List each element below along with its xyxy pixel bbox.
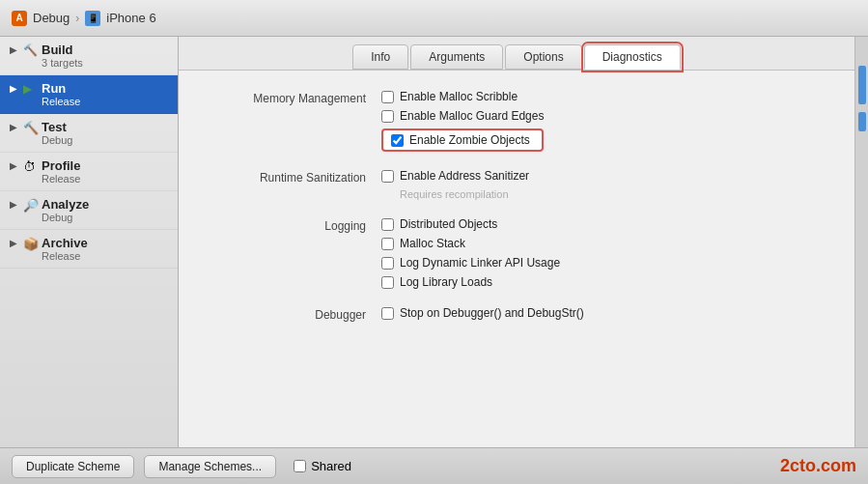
profile-title: Profile: [42, 158, 80, 173]
runtime-sanitization-section: Runtime Sanitization Enable Address Sani…: [208, 169, 826, 200]
log-library-loads-row: Log Library Loads: [381, 275, 560, 289]
sidebar-item-archive[interactable]: ▶ 📦 Archive Release: [0, 230, 178, 269]
profile-sub: Release: [42, 173, 80, 185]
debugger-controls: Stop on Debugger() and DebugStr(): [381, 306, 584, 320]
right-indicator-2: [858, 112, 866, 131]
analyze-arrow: ▶: [8, 198, 19, 210]
build-title: Build: [42, 43, 83, 57]
distributed-objects-checkbox[interactable]: [381, 218, 394, 231]
watermark: 2cto.com: [780, 456, 856, 476]
right-strip: [854, 37, 868, 447]
sidebar-item-profile[interactable]: ▶ ⏱ Profile Release: [0, 153, 178, 191]
archive-title: Archive: [42, 236, 88, 250]
address-sanitizer-label: Enable Address Sanitizer: [400, 169, 529, 183]
title-bar: A Debug › 📱 iPhone 6: [0, 0, 868, 37]
build-sub: 3 targets: [42, 57, 83, 69]
debugger-section: Debugger Stop on Debugger() and DebugStr…: [208, 306, 826, 322]
malloc-guard-checkbox[interactable]: [381, 110, 394, 123]
address-sanitizer-row: Enable Address Sanitizer: [381, 169, 529, 183]
distributed-objects-row: Distributed Objects: [381, 217, 560, 231]
run-sub: Release: [42, 96, 80, 107]
log-library-loads-checkbox[interactable]: [381, 276, 394, 289]
build-icon: 🔨: [23, 43, 37, 57]
content-area: Info Arguments Options Diagnostics Memor…: [179, 37, 854, 447]
profile-icon: ⏱: [23, 159, 37, 173]
analyze-icon: 🔎: [23, 198, 37, 212]
manage-schemes-button[interactable]: Manage Schemes...: [144, 455, 276, 478]
dynamic-linker-row: Log Dynamic Linker API Usage: [381, 256, 560, 270]
stop-on-debugger-row: Stop on Debugger() and DebugStr(): [381, 306, 584, 320]
analyze-title: Analyze: [42, 197, 89, 212]
malloc-stack-row: Malloc Stack: [381, 237, 560, 250]
logging-label: Logging: [208, 217, 381, 233]
test-arrow: ▶: [8, 121, 19, 132]
zombie-objects-label: Enable Zombie Objects: [409, 133, 530, 147]
settings-panel: Memory Management Enable Malloc Scribble…: [179, 71, 854, 447]
duplicate-scheme-button[interactable]: Duplicate Scheme: [12, 455, 134, 478]
run-title: Run: [42, 81, 80, 96]
shared-checkbox-row: Shared: [294, 459, 351, 473]
zombie-objects-row: Enable Zombie Objects: [381, 128, 544, 152]
right-indicator-1: [858, 66, 866, 104]
runtime-sanitization-label: Runtime Sanitization: [208, 169, 381, 185]
stop-on-debugger-label: Stop on Debugger() and DebugStr(): [400, 306, 584, 320]
dynamic-linker-checkbox[interactable]: [381, 257, 394, 270]
distributed-objects-label: Distributed Objects: [400, 217, 497, 231]
device-label: iPhone 6: [106, 11, 155, 25]
analyze-sub: Debug: [42, 212, 89, 223]
sidebar: ▶ 🔨 Build 3 targets ▶ ▶ Run Release ▶ 🔨 …: [0, 37, 179, 447]
recompilation-note: Requires recompilation: [381, 188, 529, 200]
archive-sub: Release: [42, 250, 88, 262]
malloc-stack-label: Malloc Stack: [400, 237, 465, 250]
malloc-scribble-label: Enable Malloc Scribble: [400, 90, 518, 103]
test-title: Test: [42, 120, 72, 134]
breadcrumb-separator: ›: [75, 12, 79, 25]
run-icon: ▶: [23, 82, 37, 96]
tab-info[interactable]: Info: [352, 44, 408, 70]
sidebar-item-run[interactable]: ▶ ▶ Run Release: [0, 75, 178, 114]
main-container: ▶ 🔨 Build 3 targets ▶ ▶ Run Release ▶ 🔨 …: [0, 37, 868, 447]
tab-arguments[interactable]: Arguments: [410, 44, 503, 70]
arrow-icon: ▶: [8, 43, 19, 55]
sidebar-item-analyze[interactable]: ▶ 🔎 Analyze Debug: [0, 191, 178, 230]
debugger-label: Debugger: [208, 306, 381, 322]
runtime-sanitization-controls: Enable Address Sanitizer Requires recomp…: [381, 169, 529, 200]
malloc-guard-label: Enable Malloc Guard Edges: [400, 109, 544, 123]
memory-management-label: Memory Management: [208, 90, 381, 105]
test-icon: 🔨: [23, 121, 37, 134]
malloc-scribble-checkbox[interactable]: [381, 91, 394, 103]
archive-arrow: ▶: [8, 237, 19, 248]
test-sub: Debug: [42, 134, 72, 146]
malloc-scribble-row: Enable Malloc Scribble: [381, 90, 544, 103]
tab-bar: Info Arguments Options Diagnostics: [179, 37, 854, 71]
memory-management-section: Memory Management Enable Malloc Scribble…: [208, 90, 826, 152]
malloc-stack-checkbox[interactable]: [381, 238, 394, 250]
address-sanitizer-checkbox[interactable]: [381, 170, 394, 183]
stop-on-debugger-checkbox[interactable]: [381, 307, 394, 320]
app-icon: A: [12, 11, 27, 26]
malloc-guard-row: Enable Malloc Guard Edges: [381, 109, 544, 123]
sidebar-item-test[interactable]: ▶ 🔨 Test Debug: [0, 114, 178, 153]
logging-section: Logging Distributed Objects Malloc Stack…: [208, 217, 826, 289]
tab-diagnostics[interactable]: Diagnostics: [584, 44, 681, 70]
zombie-objects-checkbox[interactable]: [391, 134, 404, 147]
archive-icon: 📦: [23, 237, 37, 250]
run-playing-arrow: ▶: [8, 82, 19, 94]
logging-controls: Distributed Objects Malloc Stack Log Dyn…: [381, 217, 560, 289]
sidebar-item-build[interactable]: ▶ 🔨 Build 3 targets: [0, 37, 178, 75]
dynamic-linker-label: Log Dynamic Linker API Usage: [400, 256, 560, 270]
profile-arrow: ▶: [8, 159, 19, 171]
debug-breadcrumb: Debug: [33, 11, 70, 25]
shared-label: Shared: [311, 459, 351, 473]
log-library-loads-label: Log Library Loads: [400, 275, 492, 289]
tab-options[interactable]: Options: [505, 44, 581, 70]
bottom-bar: Duplicate Scheme Manage Schemes... Share…: [0, 447, 868, 484]
device-icon: 📱: [85, 11, 100, 26]
shared-checkbox[interactable]: [294, 460, 306, 472]
memory-management-controls: Enable Malloc Scribble Enable Malloc Gua…: [381, 90, 544, 152]
